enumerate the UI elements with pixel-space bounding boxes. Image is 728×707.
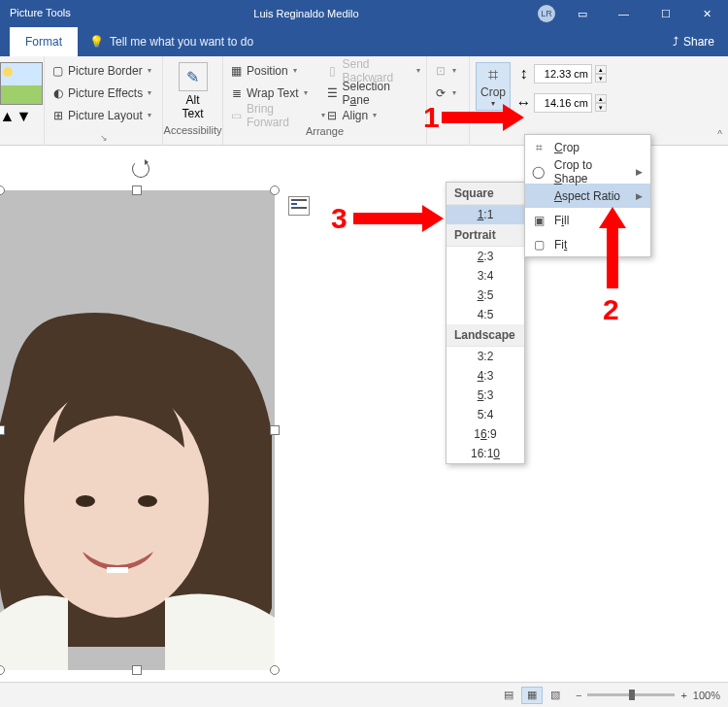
picture-layout[interactable]: ⊞Picture Layout▾ [50, 105, 156, 125]
tell-me-label: Tell me what you want to do [110, 35, 253, 49]
resize-handle[interactable] [0, 425, 5, 435]
style-scroll-down[interactable]: ▼ [17, 109, 31, 123]
zoom-slider[interactable] [587, 693, 675, 696]
resize-handle[interactable] [0, 665, 5, 675]
menu-crop[interactable]: ⌗Crop [525, 135, 650, 159]
chevron-down-icon: ▾ [148, 66, 151, 75]
style-scroll-up[interactable]: ▲ [0, 109, 15, 123]
ar-5-4[interactable]: 5:4 [447, 405, 524, 424]
menu-fit[interactable]: ▢Fit [525, 232, 650, 256]
view-web[interactable]: ▧ [545, 687, 566, 704]
ar-3-4[interactable]: 3:4 [447, 266, 524, 286]
user-avatar[interactable]: LR [532, 5, 561, 22]
wrap-text[interactable]: ≣Wrap Text▾ [229, 83, 325, 103]
crop-dropdown: ⌗Crop ◯Crop to Shape▶ Aspect Ratio▶ ▣Fil… [524, 134, 651, 257]
ar-header-landscape: Landscape [447, 324, 524, 347]
zoom-out[interactable]: − [576, 690, 581, 701]
height-icon: ↕ [516, 67, 531, 82]
ar-16-9[interactable]: 16:9 [447, 424, 524, 444]
status-bar: ▤ ▦ ▧ − + 100% [0, 682, 728, 707]
photo-illustration [0, 190, 275, 670]
style-thumbnail[interactable] [0, 62, 43, 105]
aspect-ratio-menu: Square 1:1 Portrait 2:3 3:4 3:5 4:5 Land… [446, 182, 525, 464]
rotate-button[interactable]: ⟳▾ [433, 83, 463, 103]
effects-icon: ◐ [50, 85, 65, 100]
menu-aspect-ratio[interactable]: Aspect Ratio▶ [525, 184, 650, 208]
crop-icon: ⌗ [488, 65, 498, 85]
avatar-initials: LR [538, 5, 555, 22]
svg-point-2 [76, 495, 95, 507]
chevron-down-icon: ▾ [491, 99, 495, 108]
position[interactable]: ▦Position▾ [229, 60, 325, 81]
collapse-ribbon-icon[interactable]: ^ [717, 129, 722, 140]
width-input[interactable] [534, 93, 592, 113]
spin-down[interactable]: ▾ [595, 103, 607, 112]
selection-pane[interactable]: ☰Selection Pane [325, 83, 421, 103]
ar-3-5[interactable]: 3:5 [447, 286, 524, 305]
svg-rect-4 [107, 567, 128, 573]
ar-header-portrait: Portrait [447, 224, 524, 247]
ar-16-10[interactable]: 16:10 [447, 444, 524, 463]
tab-row: Format 💡 Tell me what you want to do ⤴ S… [0, 27, 728, 56]
layout-icon: ⊞ [50, 108, 65, 122]
height-field[interactable]: ↕ ▴▾ [516, 62, 607, 85]
ar-2-3[interactable]: 2:3 [447, 247, 524, 266]
ar-4-3[interactable]: 4:3 [447, 366, 524, 386]
ar-4-5[interactable]: 4:5 [447, 305, 524, 324]
tab-format[interactable]: Format [10, 27, 78, 56]
picture-border[interactable]: ▢Picture Border▾ [50, 60, 156, 81]
zoom-in[interactable]: + [680, 690, 686, 701]
group-button: ⊡▾ [433, 60, 463, 81]
shape-icon: ◯ [531, 165, 546, 179]
selected-picture[interactable] [0, 190, 275, 670]
view-read[interactable]: ▤ [498, 687, 519, 704]
chevron-right-icon: ▶ [636, 167, 643, 177]
alt-text-button[interactable]: ✎ Alt Text [169, 58, 216, 124]
share-button[interactable]: ⤴ Share [659, 27, 728, 56]
rotate-handle-icon[interactable] [132, 160, 149, 178]
resize-handle[interactable] [270, 425, 280, 435]
selection-icon: ☰ [325, 85, 340, 100]
fit-icon: ▢ [531, 238, 546, 252]
lightbulb-icon: 💡 [89, 35, 104, 49]
menu-crop-to-shape[interactable]: ◯Crop to Shape▶ [525, 159, 650, 184]
resize-handle[interactable] [270, 185, 280, 195]
annotation-2: 2 [603, 293, 619, 326]
spin-down[interactable]: ▾ [595, 74, 607, 83]
ar-3-2[interactable]: 3:2 [447, 347, 524, 366]
layout-options-icon[interactable] [288, 196, 310, 216]
svg-point-1 [24, 385, 209, 618]
menu-fill[interactable]: ▣Fill [525, 208, 650, 232]
share-icon: ⤴ [673, 35, 678, 49]
chevron-down-icon: ▾ [148, 111, 151, 119]
arrow-2 [607, 228, 618, 288]
annotation-1: 1 [423, 101, 440, 134]
zoom-value[interactable]: 100% [693, 690, 720, 701]
tell-me[interactable]: 💡 Tell me what you want to do [78, 27, 265, 56]
resize-handle[interactable] [270, 665, 280, 675]
spin-up[interactable]: ▴ [595, 65, 607, 74]
width-field[interactable]: ↔ ▴▾ [516, 91, 607, 115]
align[interactable]: ⊟Align▾ [325, 105, 421, 125]
ar-5-3[interactable]: 5:3 [447, 386, 524, 405]
resize-handle[interactable] [132, 185, 142, 195]
view-print[interactable]: ▦ [521, 687, 543, 704]
spin-up[interactable]: ▴ [595, 94, 607, 103]
arrow-3 [353, 213, 424, 224]
minimize-button[interactable]: — [603, 0, 645, 27]
ribbon-display-options[interactable]: ▭ [561, 0, 603, 27]
ar-1-1[interactable]: 1:1 [447, 205, 524, 224]
picture-effects[interactable]: ◐Picture Effects▾ [50, 83, 156, 103]
ar-header-square: Square [447, 183, 524, 205]
border-icon: ▢ [50, 63, 65, 78]
position-icon: ▦ [229, 63, 244, 78]
annotation-3: 3 [331, 202, 347, 235]
backward-icon: ▯ [325, 63, 340, 78]
resize-handle[interactable] [132, 665, 142, 675]
rotate-icon: ⟳ [433, 85, 447, 100]
close-button[interactable]: ✕ [686, 0, 728, 27]
dialog-launcher-icon[interactable]: ↘ [100, 133, 108, 143]
maximize-button[interactable]: ☐ [645, 0, 686, 27]
alt-text-icon: ✎ [179, 62, 208, 91]
height-input[interactable] [534, 64, 592, 84]
